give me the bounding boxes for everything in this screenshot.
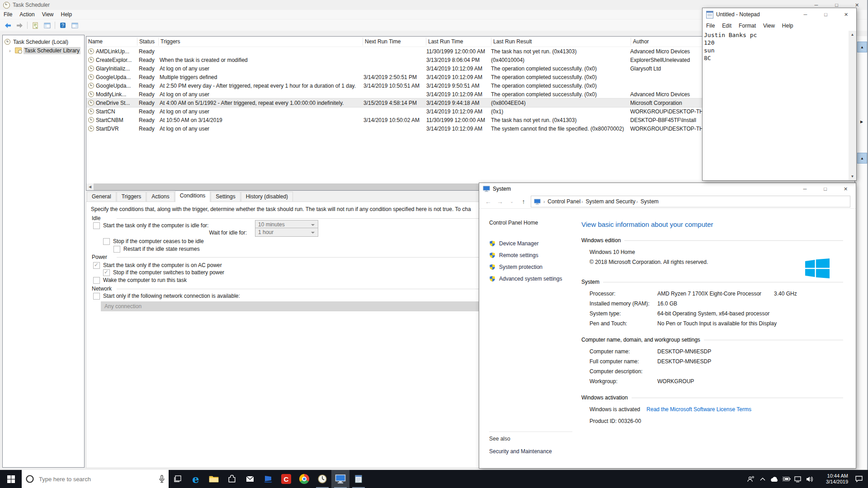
sidebar-link[interactable]: Device Manager [489,240,581,247]
scroll-up-icon[interactable]: ▲ [849,31,856,38]
notepad-window: Untitled - Notepad ─ □ ✕ FileEditFormatV… [702,8,857,181]
column-header-triggers[interactable]: Triggers [159,38,363,46]
search-input[interactable] [38,475,155,483]
taskbar-search[interactable] [22,470,169,488]
library-folder-icon [15,47,22,53]
start-if-idle-checkbox[interactable] [93,222,100,229]
tab-actions[interactable]: Actions [146,192,174,202]
export-list-icon[interactable] [30,21,40,30]
menu-item[interactable]: File [0,10,16,19]
breadcrumb-item[interactable]: ›System and Security [580,198,635,205]
sidebar-link[interactable]: Remote settings [489,252,581,258]
menu-item[interactable]: Edit [718,22,735,30]
name-row: Full computer name: DESKTOP-MN6ESDP [581,357,843,366]
mail-icon[interactable] [241,470,259,488]
menu-item[interactable]: Help [57,10,76,19]
edition-name: Windows 10 Home [590,247,635,257]
edge-icon[interactable]: e [187,470,205,488]
minimize-button[interactable]: ─ [795,184,815,194]
breadcrumb-item[interactable]: ›Control Panel [542,198,580,205]
ac-power-checkbox[interactable] [93,262,100,269]
action-pane-strip: ▲ ▶ ▲ [856,36,867,469]
breadcrumb-item[interactable]: ›System [635,198,658,205]
chrome-icon[interactable] [295,470,313,488]
menu-item[interactable]: Action [16,10,38,19]
wake-computer-checkbox[interactable] [93,277,100,284]
notepad-scrollbar[interactable]: ▲ ▼ [849,31,856,180]
wait-for-idle-label: Wait for idle for: [154,230,247,237]
menu-item[interactable]: Format [735,22,760,30]
security-maintenance-link[interactable]: Security and Maintenance [489,448,552,455]
taskbar-system-icon[interactable] [331,470,349,488]
column-header-last-run[interactable]: Last Run Time [426,38,491,46]
stop-if-idle-checkbox[interactable] [103,238,110,245]
power-icon[interactable] [780,470,792,488]
system-titlebar[interactable]: System ─ □ ✕ [479,183,856,195]
close-button[interactable]: ✕ [836,9,856,19]
volume-icon[interactable] [804,470,816,488]
column-header-next-run[interactable]: Next Run Time [363,38,426,46]
tab-triggers[interactable]: Triggers [117,192,146,202]
column-header-name[interactable]: Name [86,38,137,46]
license-terms-link[interactable]: Read the Microsoft Software License Term… [646,404,751,414]
task-view-button[interactable] [169,470,187,488]
maximize-button[interactable]: □ [815,184,835,194]
menu-item[interactable]: View [760,22,778,30]
file-explorer-icon[interactable] [205,470,223,488]
sidebar-item-home[interactable]: Control Panel Home [489,220,581,226]
microsoft-store-icon[interactable] [223,470,241,488]
collapse-up-icon[interactable]: ▲ [857,153,867,164]
network-icon[interactable] [792,470,804,488]
start-button[interactable] [0,470,22,488]
forward-icon[interactable] [14,21,24,30]
taskbar-task-scheduler-icon[interactable] [313,470,331,488]
microphone-icon[interactable] [159,475,165,483]
help-icon[interactable]: ? [58,21,68,30]
tab-conditions[interactable]: Conditions [175,191,211,202]
tree-item-task-scheduler-library[interactable]: › Task Scheduler Library [3,46,84,55]
onedrive-icon[interactable] [769,470,780,488]
action-pane-icon[interactable] [70,21,80,30]
tab-general[interactable]: General [87,192,116,202]
forward-icon[interactable]: → [495,198,505,205]
expand-right-icon[interactable]: ▶ [857,117,866,127]
collapse-up-icon[interactable]: ▲ [857,42,867,52]
action-center-icon[interactable] [850,470,868,488]
scroll-left-icon[interactable]: ◀ [86,183,94,190]
maximize-button[interactable]: □ [816,9,836,19]
menu-item[interactable]: View [38,10,57,19]
explorer-toolbar: ← → ⌄ ↑ ›Control Panel›System and Securi… [479,195,856,209]
column-header-last-result[interactable]: Last Run Result [491,38,631,46]
scroll-down-icon[interactable]: ▼ [849,173,856,180]
show-console-tree-icon[interactable] [42,21,52,30]
section-label: Windows activation [581,394,628,401]
wait-idle-select[interactable]: 1 hour [255,228,318,237]
taskbar-notepad-icon[interactable] [349,470,368,488]
tab-settings[interactable]: Settings [211,192,240,202]
chevron-right-icon[interactable]: › [9,48,13,53]
notepad-titlebar[interactable]: Untitled - Notepad ─ □ ✕ [703,8,856,21]
minimize-button[interactable]: ─ [795,9,816,19]
menu-item[interactable]: File [703,22,718,30]
tree-item-task-scheduler-local[interactable]: Task Scheduler (Local) [3,38,84,46]
ccleaner-icon[interactable]: C [277,470,295,488]
taskbar-clock[interactable]: 10:44 AM 3/14/2019 [816,473,850,485]
hidden-icons-chevron-icon[interactable] [757,470,769,488]
battery-checkbox[interactable] [103,269,110,276]
device-app-icon[interactable] [259,470,277,488]
sidebar-link[interactable]: Advanced system settings [489,276,581,282]
people-icon[interactable] [745,470,757,488]
network-checkbox[interactable] [93,293,100,300]
recent-locations-icon[interactable]: ⌄ [507,199,516,204]
notepad-textarea[interactable]: Justin Banks pc120sun8C [703,31,849,180]
up-icon[interactable]: ↑ [519,198,528,205]
sidebar-link[interactable]: System protection [489,264,581,270]
close-button[interactable]: ✕ [835,184,856,194]
restart-idle-checkbox[interactable] [113,246,120,253]
back-icon[interactable]: ← [484,198,493,205]
back-icon[interactable] [3,21,13,30]
column-header-status[interactable]: Status [137,38,159,46]
menu-item[interactable]: Help [778,22,797,30]
tab-history[interactable]: History (disabled) [241,192,293,202]
breadcrumb[interactable]: ›Control Panel›System and Security›Syste… [531,196,850,207]
